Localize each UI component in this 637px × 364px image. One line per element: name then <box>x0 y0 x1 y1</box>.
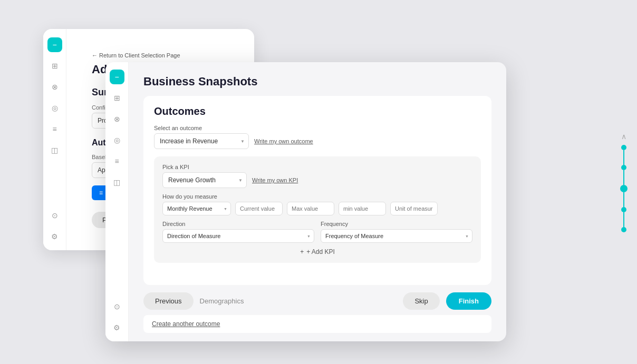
direction-label: Direction <box>162 221 314 227</box>
progress-dot-5[interactable] <box>621 227 626 232</box>
create-outcome-bar: Create another outcome <box>143 315 491 333</box>
measure-label: How do you measure <box>162 193 472 200</box>
write-own-outcome-link[interactable]: Write my own outcome <box>254 138 313 144</box>
front-previous-button[interactable]: Previous <box>143 292 194 310</box>
kpi-select-wrapper: Revenue Growth <box>162 172 247 188</box>
front-sidebar: − ⊞ ⊗ ◎ ≡ ◫ ⊙ ⚙ <box>105 62 129 341</box>
front-sidebar-x[interactable]: ⊗ <box>110 112 124 126</box>
frequency-col: Frequency Frequency of Measure <box>321 221 472 243</box>
front-sidebar-target[interactable]: ◎ <box>110 133 124 147</box>
front-card-title: Business Snapshots <box>143 75 491 88</box>
front-card: − ⊞ ⊗ ◎ ≡ ◫ ⊙ ⚙ Business Snapshots Outco… <box>105 62 506 341</box>
progress-dot-4[interactable] <box>621 207 626 212</box>
max-value-input[interactable] <box>287 202 334 215</box>
progress-bar: ∧ <box>620 132 628 232</box>
front-sidebar-grid[interactable]: ⊞ <box>110 91 124 105</box>
select-outcome-label: Select an outcome <box>154 125 481 131</box>
front-footer: Previous Demographics Skip Finish <box>143 292 491 310</box>
front-sidebar-settings2[interactable]: ⚙ <box>110 320 124 335</box>
progress-dots <box>620 145 628 232</box>
outcomes-heading: Outcomes <box>154 105 481 117</box>
frequency-select-wrapper: Frequency of Measure <box>321 229 472 243</box>
sidebar-icon-settings-bottom2[interactable]: ⚙ <box>47 229 62 244</box>
outcome-select-row: Increase in Revenue Write my own outcome <box>154 133 481 149</box>
skip-button[interactable]: Skip <box>403 292 439 310</box>
measure-select[interactable]: Monthly Revenue <box>162 202 231 215</box>
frequency-select[interactable]: Frequency of Measure <box>321 229 472 243</box>
progress-line-2 <box>623 170 624 185</box>
front-sidebar-doc[interactable]: ◫ <box>110 175 124 190</box>
measure-row: Monthly Revenue <box>162 202 472 215</box>
frequency-label: Frequency <box>321 221 472 227</box>
pick-kpi-label: Pick a KPI <box>162 164 472 170</box>
add-custom-icon: ≡ <box>99 189 103 196</box>
progress-line-1 <box>623 150 624 165</box>
progress-dot-1[interactable] <box>621 145 626 150</box>
back-sidebar: − ⊞ ⊗ ◎ ≡ ◫ ⊙ ⚙ <box>43 29 66 250</box>
sidebar-icon-settings-bottom1[interactable]: ⊙ <box>47 208 62 223</box>
add-kpi-icon: + <box>300 248 304 255</box>
next-step-label: Demographics <box>200 297 244 305</box>
sidebar-icon-x[interactable]: ⊗ <box>47 80 62 94</box>
progress-line-4 <box>623 212 624 227</box>
sidebar-icon-target[interactable]: ◎ <box>47 101 62 115</box>
direction-select[interactable]: Direction of Measure <box>162 229 314 243</box>
sidebar-icon-doc[interactable]: ◫ <box>47 143 62 158</box>
min-value-input[interactable] <box>339 202 386 215</box>
kpi-select-row: Revenue Growth Write my own KPI <box>162 172 472 188</box>
front-sidebar-layers[interactable]: ≡ <box>110 154 124 169</box>
outcome-select[interactable]: Increase in Revenue <box>154 133 249 149</box>
front-card-main: Business Snapshots Outcomes Select an ou… <box>129 62 506 341</box>
front-sidebar-minus[interactable]: − <box>110 70 124 84</box>
kpi-select[interactable]: Revenue Growth <box>162 172 247 188</box>
sidebar-icon-layers[interactable]: ≡ <box>47 122 62 136</box>
direction-select-wrapper: Direction of Measure <box>162 229 314 243</box>
create-another-outcome-link[interactable]: Create another outcome <box>152 320 220 328</box>
unit-of-measure-input[interactable] <box>390 202 438 215</box>
sidebar-icon-minus[interactable]: − <box>47 37 62 52</box>
add-kpi-label: + Add KPI <box>306 248 335 255</box>
outcomes-card: Outcomes Select an outcome Increase in R… <box>143 96 491 285</box>
front-sidebar-settings1[interactable]: ⊙ <box>110 299 124 314</box>
outcome-select-wrapper: Increase in Revenue <box>154 133 249 149</box>
sidebar-icon-grid[interactable]: ⊞ <box>47 58 62 73</box>
write-own-kpi-link[interactable]: Write my own KPI <box>252 177 298 183</box>
progress-dot-3[interactable] <box>620 185 628 192</box>
current-value-input[interactable] <box>235 202 283 215</box>
progress-line-3 <box>623 192 624 207</box>
direction-col: Direction Direction of Measure <box>162 221 314 243</box>
progress-dot-2[interactable] <box>621 165 626 170</box>
return-link[interactable]: ← Return to Client Selection Page <box>92 52 180 58</box>
add-kpi-row[interactable]: + + Add KPI <box>162 248 472 255</box>
finish-button[interactable]: Finish <box>446 292 491 310</box>
measure-select-wrapper: Monthly Revenue <box>162 202 231 215</box>
kpi-section: Pick a KPI Revenue Growth Write my own K… <box>154 156 481 263</box>
direction-freq-row: Direction Direction of Measure Frequency… <box>162 221 472 243</box>
progress-chevron-up[interactable]: ∧ <box>621 132 626 141</box>
